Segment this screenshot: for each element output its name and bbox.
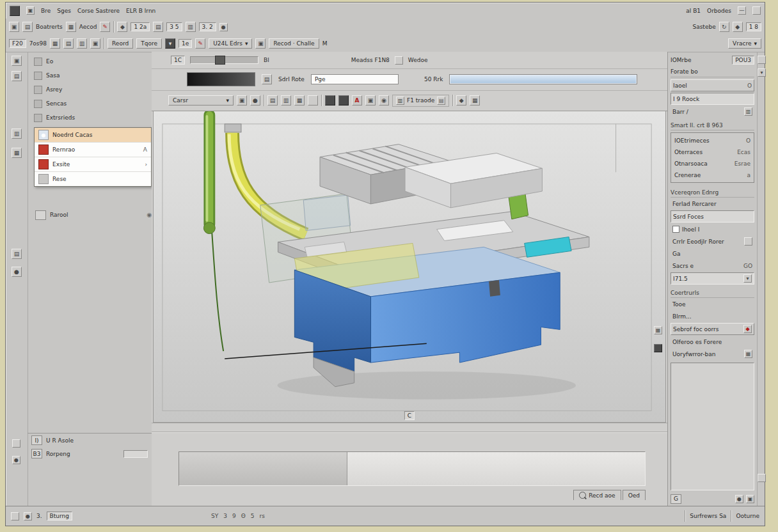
tree-item[interactable]: Sencas — [28, 97, 152, 111]
context-menu-item[interactable]: Rernrao A — [35, 143, 151, 157]
pin-tool-icon[interactable]: ● — [12, 267, 22, 277]
frame-icon[interactable]: ▣ — [365, 95, 376, 106]
text-style-icon[interactable]: ✎ — [195, 38, 205, 49]
panel-row[interactable]: Sacrs e GO — [671, 260, 754, 271]
viewport-shade-icon[interactable] — [654, 344, 662, 352]
annotate-icon[interactable]: A — [352, 95, 362, 106]
snap-icon[interactable]: ▦ — [470, 95, 480, 106]
strip-g-icon[interactable] — [12, 439, 20, 448]
clipboard-icon[interactable]: ▤ — [262, 74, 272, 84]
paste-icon[interactable]: ▦ — [294, 95, 305, 106]
viewport-settings-icon[interactable]: ▦ — [654, 326, 662, 334]
tile-view-icon[interactable]: ▣ — [90, 38, 100, 49]
notes-tool-icon[interactable]: ▦ — [12, 148, 22, 158]
tree-item[interactable]: Extrsrieds — [28, 111, 152, 125]
group-row[interactable]: Crenerae a — [672, 169, 752, 180]
globe-icon[interactable]: ◉ — [379, 95, 389, 106]
settings-icon[interactable]: ◆ — [733, 22, 743, 32]
panel-row[interactable]: Ssrd Foces — [671, 210, 754, 223]
style-dropdown[interactable]: ▾ — [165, 38, 175, 49]
scrollbar-thumb[interactable] — [450, 75, 636, 83]
tab-oed[interactable]: Oed — [623, 490, 646, 500]
toolbar1-label2[interactable]: Aecod — [79, 24, 97, 30]
vracre-dropdown[interactable]: Vracre ▾ — [728, 38, 761, 49]
panel-row-value[interactable]: I71.5 ▾ — [671, 272, 754, 285]
select-tool-icon[interactable]: ▣ — [12, 56, 22, 66]
stepper-icon[interactable]: ▾ — [743, 274, 752, 283]
layers-tool-icon[interactable]: ▤ — [12, 249, 22, 259]
panel-row-roock[interactable]: I 9 Roock — [671, 93, 754, 105]
link-icon[interactable]: ▣ — [255, 38, 266, 49]
panel-row-checkbox[interactable]: Ihoel I — [671, 224, 754, 235]
strip-top-icon[interactable] — [758, 56, 766, 64]
toolbar1-label1[interactable]: Boatrerts — [36, 24, 63, 30]
timeline-track[interactable] — [347, 452, 645, 485]
menu-item-3[interactable]: ELR B lrnn — [126, 8, 155, 14]
column-view-icon[interactable]: ▥ — [77, 38, 87, 49]
edit-icon[interactable]: ✎ — [100, 22, 110, 32]
row-icon[interactable]: ▦ — [744, 350, 752, 358]
layers-icon[interactable]: ▤ — [153, 22, 163, 32]
timeline-scrollbar[interactable] — [179, 451, 646, 486]
table-icon[interactable]: ▥ — [186, 22, 196, 32]
reord-button[interactable]: Reord — [107, 38, 133, 49]
tree-item[interactable]: Eo — [28, 54, 152, 68]
zoom-slider[interactable] — [190, 56, 258, 64]
tree-item[interactable]: Asrey — [28, 82, 152, 97]
flag-icon[interactable]: ● — [219, 23, 228, 31]
panel-row[interactable]: Tooe — [671, 299, 754, 309]
panel-row[interactable]: Ga — [671, 248, 754, 259]
strip-icon[interactable]: ▾ — [758, 68, 766, 77]
tab-recd-aoe[interactable]: Recd aoe — [573, 490, 621, 500]
shade-icon[interactable] — [338, 95, 349, 106]
pan-tool-icon[interactable]: ▤ — [12, 71, 22, 81]
toolbar1-right-label[interactable]: Sastebe — [692, 24, 715, 30]
carsr-dropdown[interactable]: Carsr ▾ — [168, 95, 234, 106]
close-button[interactable] — [752, 6, 761, 15]
cad-model[interactable] — [154, 111, 665, 421]
material-preview[interactable] — [187, 72, 255, 86]
title-checkbox-icon[interactable] — [395, 56, 403, 65]
panel-badge[interactable]: POU3 — [732, 56, 754, 65]
eye-icon[interactable]: ◉ — [147, 212, 152, 218]
minimize-button[interactable]: — — [738, 6, 746, 15]
group-row[interactable]: Otnarsoaca Esrae — [672, 158, 752, 169]
list-view-icon[interactable]: ▤ — [63, 38, 74, 49]
group-row[interactable]: IOEtrimeces O — [672, 135, 752, 146]
footer-icon-2[interactable]: ▣ — [746, 495, 754, 503]
context-menu-item[interactable]: Rese — [35, 172, 151, 186]
footer-item[interactable]: I) U R Asole — [28, 434, 152, 447]
measure-icon[interactable]: ◆ — [117, 22, 127, 32]
name-field[interactable]: Pge — [311, 74, 399, 84]
group-left-icon[interactable]: ▥ — [396, 97, 404, 105]
render-icon[interactable] — [325, 95, 335, 106]
open-icon[interactable]: ▤ — [22, 22, 33, 32]
footer-icon-1[interactable]: ● — [735, 495, 743, 503]
panel-row[interactable]: Ferlad Rercarer — [671, 198, 754, 209]
strip-o-icon[interactable]: ● — [12, 456, 20, 464]
context-menu-item[interactable]: ● Noedrd Cacas — [35, 128, 151, 143]
panel-row-button[interactable]: Sebrof foc oorrs ◆ — [671, 323, 754, 335]
panel-row[interactable]: Uoryfwrror-ban ▦ — [671, 348, 754, 359]
panel-row[interactable]: Blrm... — [671, 311, 754, 322]
rarool-item[interactable]: Rarool ◉ — [28, 208, 152, 222]
row-icon[interactable]: ▥ — [744, 107, 752, 116]
sketch-tool-icon[interactable]: ▥ — [12, 129, 22, 139]
panel-row[interactable]: Olferoo es Forere — [671, 336, 754, 347]
grid-view-icon[interactable]: ▦ — [50, 38, 60, 49]
zoom-slider-handle[interactable] — [215, 56, 225, 65]
sheet-icon[interactable]: ▤ — [267, 95, 278, 106]
group-right-icon[interactable]: ▤ — [437, 97, 445, 105]
footer-item[interactable]: B3 Rorpeng — [28, 447, 152, 460]
menu-item-2[interactable]: Corse Sastrere — [77, 8, 120, 14]
rect-tool-icon[interactable]: ▣ — [237, 95, 247, 106]
new-doc-icon[interactable]: ▣ — [9, 22, 19, 32]
sheet-tab-mini[interactable]: C — [404, 411, 415, 420]
trash-icon[interactable] — [308, 95, 318, 106]
menu-item-1[interactable]: Sges — [57, 8, 71, 14]
recod-combo[interactable]: Recod · Challe — [269, 38, 319, 49]
tqore-button[interactable]: Tqore — [136, 38, 162, 49]
horizontal-scrollbar[interactable] — [449, 74, 637, 84]
strip-bottom-icon[interactable] — [758, 474, 766, 482]
edrs-combo[interactable]: U24L Edrs ▾ — [209, 38, 252, 49]
